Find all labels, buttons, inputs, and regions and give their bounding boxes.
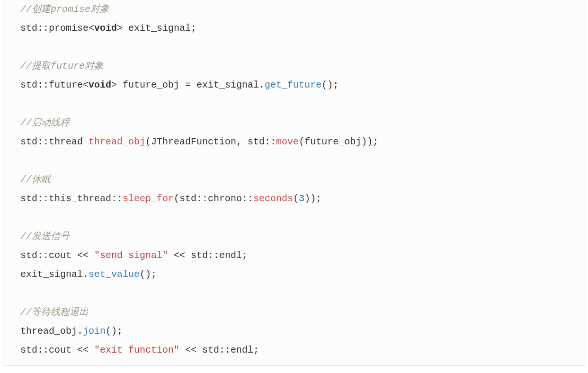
- code-line: //启动线程: [3, 114, 585, 133]
- blank-line: [3, 208, 585, 227]
- code-line: std::this_thread::sleep_for(std::chrono:…: [3, 189, 585, 208]
- code-comment: //发送信号: [20, 231, 70, 242]
- code-line: //休眠: [3, 170, 585, 189]
- code-line: std::cout << "exit function" << std::end…: [3, 341, 585, 360]
- blank-line: [3, 151, 585, 170]
- code-line: //提取future对象: [3, 57, 585, 76]
- code-comment: //休眠: [20, 174, 51, 185]
- blank-line: [3, 38, 585, 57]
- code-comment: //启动线程: [20, 117, 70, 128]
- code-line: std::future<void> future_obj = exit_sign…: [3, 76, 585, 95]
- code-line: //发送信号: [3, 227, 585, 246]
- code-comment: //创建promise对象: [20, 4, 109, 15]
- code-line: std::cout << "send signal" << std::endl;: [3, 246, 585, 265]
- code-line: std::promise<void> exit_signal;: [3, 19, 585, 38]
- code-line: exit_signal.set_value();: [3, 265, 585, 284]
- blank-line: [3, 95, 585, 114]
- code-line: thread_obj.join();: [3, 322, 585, 341]
- code-comment: //提取future对象: [20, 61, 104, 71]
- code-block: //创建promise对象 std::promise<void> exit_si…: [3, 0, 585, 366]
- code-line: std::thread thread_obj(JThreadFunction, …: [3, 133, 585, 151]
- code-line: //创建promise对象: [3, 0, 585, 19]
- blank-line: [3, 284, 585, 303]
- code-line: //等待线程退出: [3, 303, 585, 322]
- code-comment: //等待线程退出: [20, 307, 89, 318]
